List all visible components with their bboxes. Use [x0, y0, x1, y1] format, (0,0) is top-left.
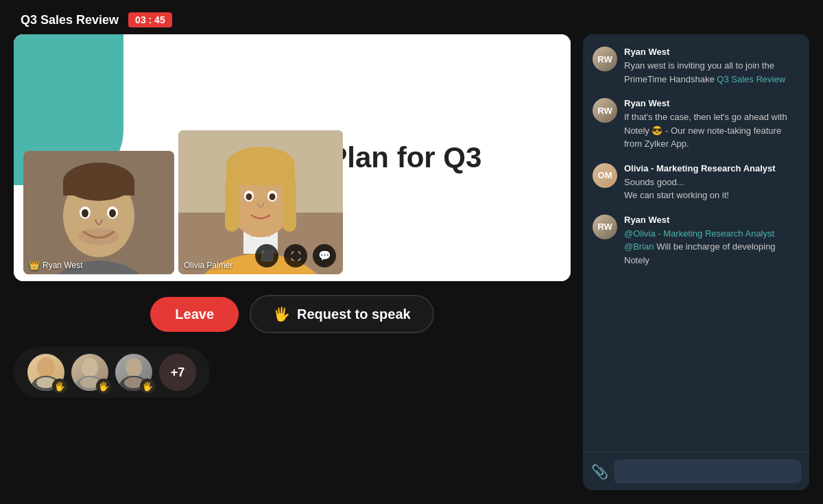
text-4: @Olivia - Marketing Research Analyst @Br…	[624, 227, 800, 267]
chat-input-row: 📎	[583, 452, 809, 490]
attach-icon[interactable]: 📎	[591, 464, 608, 480]
svg-rect-20	[283, 177, 296, 232]
crown-icon: 👑	[29, 260, 40, 270]
chat-message-3: OM Olivia - Marketing Research Analyst S…	[593, 163, 800, 202]
leave-button[interactable]: Leave	[150, 297, 239, 332]
header: Q3 Sales Review 03 : 45	[0, 0, 823, 34]
controls-row: Leave 🖐️ Request to speak	[14, 291, 571, 337]
participant-2: 🖐️	[71, 354, 108, 391]
video-thumbnails: 👑 Ryan West	[14, 123, 571, 281]
timer-badge: 03 : 45	[128, 12, 172, 27]
text-3: Sounds good...We can start working on it…	[624, 176, 800, 202]
avatar-olivia: OM	[593, 163, 617, 188]
svg-point-10	[78, 228, 119, 245]
raise-hand-badge-3: 🖐️	[140, 379, 155, 394]
fullscreen-button[interactable]: ⛶	[284, 244, 307, 267]
svg-rect-5	[63, 182, 134, 195]
hand-icon: 🖐️	[273, 306, 290, 322]
sender-3: Olivia - Marketing Research Analyst	[624, 163, 800, 173]
chat-panel: RW Ryan West Ryan west is inviting you a…	[583, 34, 809, 490]
chat-message-4: RW Ryan West @Olivia - Marketing Researc…	[593, 215, 800, 267]
chat-message-1: RW Ryan West Ryan west is inviting you a…	[593, 47, 800, 86]
main-content: Sales Plan for Q3	[0, 34, 823, 504]
svg-point-28	[82, 358, 98, 377]
presentation-area: Sales Plan for Q3	[14, 34, 571, 281]
chat-input[interactable]	[614, 459, 801, 483]
olivia-video-label: Olivia Palmer	[184, 261, 232, 270]
raise-hand-badge-1: 🖐️	[52, 379, 67, 394]
sender-1: Ryan West	[624, 47, 800, 57]
svg-rect-19	[225, 177, 239, 232]
more-participants-count[interactable]: +7	[159, 354, 196, 391]
svg-point-23	[246, 193, 252, 200]
svg-point-25	[37, 357, 55, 378]
svg-point-24	[270, 193, 276, 200]
avatar-ryan-1: RW	[593, 47, 617, 71]
avatar-ryan-2: RW	[593, 98, 617, 123]
ryan-video-label: 👑 Ryan West	[29, 260, 82, 270]
bubble-3: Olivia - Marketing Research Analyst Soun…	[624, 163, 800, 202]
participant-3: 🖐️	[115, 354, 152, 391]
avatar-ryan-3: RW	[593, 215, 617, 239]
left-panel: Sales Plan for Q3	[14, 34, 571, 490]
chat-link-1[interactable]: Q3 Sales Review	[717, 74, 785, 84]
chat-messages: RW Ryan West Ryan west is inviting you a…	[583, 34, 809, 452]
mention-brian: @Brian	[624, 241, 654, 252]
text-1: Ryan west is inviting you all to join th…	[624, 59, 800, 86]
raise-hand-badge-2: 🖐️	[96, 379, 111, 394]
participants-row: 🖐️ 🖐️ 🖐️ +7	[14, 347, 210, 398]
chat-message-2: RW Ryan West If that's the case, then le…	[593, 98, 800, 151]
request-to-speak-button[interactable]: 🖐️ Request to speak	[250, 295, 434, 333]
bubble-1: Ryan West Ryan west is inviting you all …	[624, 47, 800, 86]
screen-share-button[interactable]: ⬛	[255, 244, 278, 267]
svg-point-8	[82, 209, 88, 217]
text-2: If that's the case, then let's go ahead …	[624, 110, 800, 151]
bubble-4: Ryan West @Olivia - Marketing Research A…	[624, 215, 800, 267]
video-thumb-ryan: 👑 Ryan West	[23, 151, 174, 274]
mention-olivia: @Olivia - Marketing Research Analyst	[624, 228, 774, 239]
sender-4: Ryan West	[624, 215, 800, 225]
participant-1: 🖐️	[27, 354, 64, 391]
bubble-2: Ryan West If that's the case, then let's…	[624, 98, 800, 151]
sender-2: Ryan West	[624, 98, 800, 108]
meeting-title: Q3 Sales Review	[21, 13, 119, 27]
ryan-face	[23, 151, 174, 274]
svg-point-9	[109, 209, 116, 217]
svg-point-31	[126, 358, 142, 377]
video-action-buttons: ⬛ ⛶ 💬	[255, 244, 336, 267]
video-thumb-olivia: Olivia Palmer ⬛ ⛶ 💬	[178, 130, 343, 274]
chat-button[interactable]: 💬	[313, 244, 336, 267]
